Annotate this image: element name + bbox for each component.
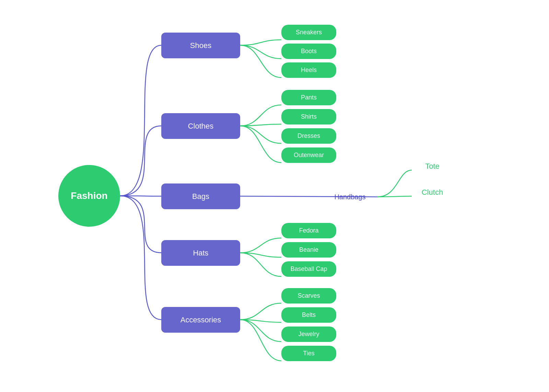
shoes-label: Shoes [190, 41, 211, 50]
hats-node: Hats [161, 240, 240, 266]
hats-label: Hats [193, 249, 208, 258]
beanie-node: Beanie [281, 242, 336, 258]
scarves-node: Scarves [281, 288, 336, 304]
shoes-node: Shoes [161, 33, 240, 58]
clothes-node: Clothes [161, 113, 240, 139]
jewelry-node: Jewelry [281, 326, 336, 342]
belts-node: Belts [281, 307, 336, 323]
sneakers-node: Sneakers [281, 25, 336, 40]
ties-node: Ties [281, 346, 336, 361]
tote-node: Tote [412, 158, 453, 174]
dresses-node: Dresses [281, 128, 336, 144]
bags-node: Bags [161, 183, 240, 209]
accessories-node: Accessories [161, 307, 240, 333]
root-node: Fashion [58, 165, 120, 227]
outenwear-node: Outenwear [281, 147, 336, 163]
pants-node: Pants [281, 90, 336, 105]
baseball-cap-node: Baseball Cap [281, 261, 336, 277]
bags-label: Bags [192, 192, 209, 201]
fedora-node: Fedora [281, 223, 336, 238]
heels-node: Heels [281, 62, 336, 78]
boots-node: Boots [281, 44, 336, 59]
root-label: Fashion [71, 190, 107, 201]
accessories-label: Accessories [180, 316, 221, 324]
clutch-node: Clutch [412, 185, 453, 200]
shirts-node: Shirts [281, 109, 336, 124]
clothes-label: Clothes [188, 122, 214, 131]
handbags-node: Handbags [323, 189, 377, 205]
